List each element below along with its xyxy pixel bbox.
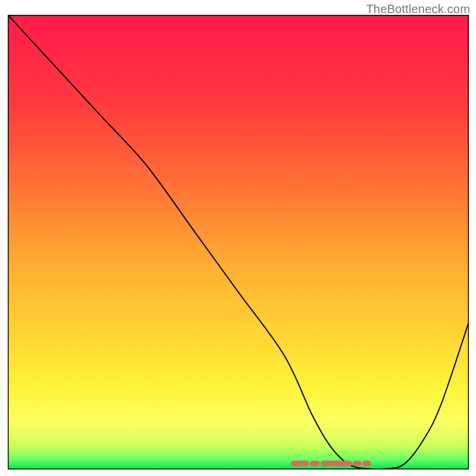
chart-plot-area (8, 15, 469, 469)
chart-container: TheBottleneck.com (0, 0, 476, 476)
gradient-background (8, 15, 468, 469)
chart-svg (8, 15, 469, 469)
watermark-text: TheBottleneck.com (366, 2, 470, 16)
